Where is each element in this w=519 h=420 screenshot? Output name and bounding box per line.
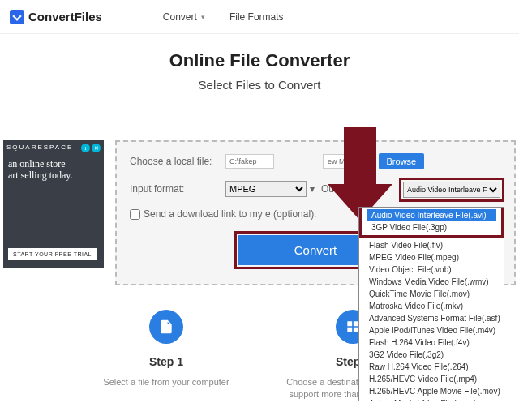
dropdown-option[interactable]: MPEG Video File(.mpeg) [364,251,499,264]
file-icon [149,310,183,344]
dropdown-option[interactable]: H.265/HEVC Video File(.mp4) [364,373,499,385]
nav: Convert▾ File Formats [163,11,284,23]
dropdown-option[interactable]: H.265/HEVC Apple Movie File(.mov) [364,385,499,397]
dropdown-highlight-box: Audio Video Interleave File(.avi) 3GP Vi… [359,208,504,238]
output-format-dropdown[interactable]: Audio Video Interleave File(.avi) 3GP Vi… [358,207,504,401]
dropdown-option[interactable]: Flash Video File(.flv) [364,239,499,251]
ad-info-icon[interactable]: i [81,144,90,152]
header: ConvertFiles Convert▾ File Formats [0,0,519,34]
input-format-select[interactable]: MPEG [225,181,307,197]
dropdown-option-selected[interactable]: Audio Video Interleave File(.avi) [367,209,496,221]
ad-badge: i✕ [81,144,101,152]
dropdown-option[interactable]: Video Object File(.vob) [364,264,499,276]
dropdown-option[interactable]: 3G2 Video File(.3g2) [364,349,499,361]
logo[interactable]: ConvertFiles [10,10,102,24]
dropdown-option[interactable]: Raw H.264 Video File(.264) [364,361,499,373]
ad-banner[interactable]: SQUARESPACE i✕ an online storeart sellin… [3,140,104,268]
ad-provider: SQUARESPACE [6,144,73,151]
ad-close-icon[interactable]: ✕ [92,144,101,152]
logo-icon [10,10,24,24]
dropdown-option[interactable]: Windows Media Video File(.wmv) [364,276,499,288]
step-1-desc: Select a file from your computer [97,376,235,388]
dropdown-option[interactable]: Advanced Systems Format File(.asf) [364,312,499,324]
input-format-label: Input format: [130,183,225,195]
nav-formats[interactable]: File Formats [229,11,284,23]
dropdown-option[interactable]: Flash H.264 Video File(.f4v) [364,336,499,349]
step-1-title: Step 1 [97,355,235,368]
page-title: Online File Converter [0,50,519,71]
local-file-label: Choose a local file: [130,156,225,167]
email-checkbox[interactable] [130,209,140,220]
dropdown-option[interactable]: 3GP Video File(.3gp) [367,221,496,234]
chevron-down-icon: ▾ [201,13,205,21]
main-row: SQUARESPACE i✕ an online storeart sellin… [0,140,519,285]
step-1: Step 1 Select a file from your computer [97,310,235,401]
nav-convert[interactable]: Convert▾ [163,11,205,23]
ad-headline: an online storeart selling today. [8,158,73,181]
macbook-chip[interactable]: ew MacBook [323,154,375,169]
file-row: Choose a local file: C:\fakep ew MacBook… [130,153,501,169]
dropdown-option[interactable]: Matroska Video File(.mkv) [364,300,499,312]
file-input[interactable]: C:\fakep [225,154,274,169]
ad-cta-button[interactable]: START YOUR FREE TRIAL [8,248,97,260]
email-label: Send a download link to my e (optional): [144,208,316,220]
browse-button[interactable]: Browse [379,153,425,169]
converter-panel: Choose a local file: C:\fakep ew MacBook… [115,140,516,285]
dropdown-option[interactable]: QuickTime Movie File(.mov) [364,288,499,300]
output-highlight-box: Audio Video Interleave File( [399,178,504,202]
output-format-select[interactable]: Audio Video Interleave File( [403,182,500,198]
logo-text: ConvertFiles [28,10,102,24]
output-format-label: Output format: [321,183,384,195]
dropdown-option[interactable]: Anime Music Video File(.amv) [364,397,499,401]
page-subtitle: Select Files to Convert [0,78,519,92]
format-row: Input format: MPEG ▾ Output format: Audi… [130,181,501,197]
dropdown-option[interactable]: Apple iPod/iTunes Video File(.m4v) [364,324,499,336]
